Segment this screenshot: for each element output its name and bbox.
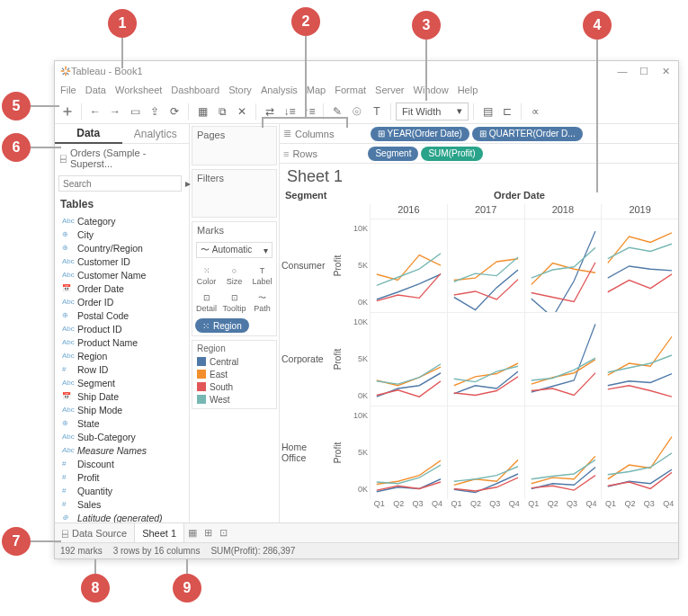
legend-item-west[interactable]: West bbox=[197, 393, 272, 406]
field-customer-id[interactable]: AbcCustomer ID bbox=[57, 254, 187, 268]
field-city[interactable]: ⊕City bbox=[57, 228, 187, 241]
field-sales[interactable]: #Sales bbox=[57, 497, 187, 511]
window-min-button[interactable]: — bbox=[615, 66, 630, 76]
column-pill[interactable]: ⊞ QUARTER(Order D... bbox=[472, 127, 583, 141]
mark-tooltip[interactable]: ⊡Tooltip bbox=[220, 289, 248, 316]
field-country-region[interactable]: ⊕Country/Region bbox=[57, 241, 187, 254]
field-label: Discount bbox=[77, 459, 114, 469]
menu-worksheet[interactable]: Worksheet bbox=[113, 85, 164, 95]
field-region[interactable]: AbcRegion bbox=[57, 349, 187, 362]
new-worksheet-tab-button[interactable]: ▦ bbox=[184, 527, 201, 539]
new-story-tab-button[interactable]: ⊡ bbox=[216, 527, 231, 539]
data-source-tab[interactable]: ⌸Data Source bbox=[55, 523, 135, 542]
field-order-id[interactable]: AbcOrder ID bbox=[57, 295, 187, 308]
tab-analytics[interactable]: Analytics bbox=[122, 124, 190, 144]
field-sub-category[interactable]: AbcSub-Category bbox=[57, 430, 187, 443]
clear-button[interactable]: ✕ bbox=[233, 103, 251, 121]
field-discount[interactable]: #Discount bbox=[57, 457, 187, 470]
filters-shelf[interactable]: Filters bbox=[192, 169, 277, 218]
sheet-title[interactable]: Sheet 1 bbox=[280, 164, 678, 190]
row-pill[interactable]: SUM(Profit) bbox=[421, 147, 482, 161]
field-ship-date[interactable]: 📅Ship Date bbox=[57, 389, 187, 403]
new-worksheet-button[interactable]: ▦ bbox=[193, 103, 211, 121]
undo-button[interactable]: ← bbox=[86, 103, 104, 121]
columns-shelf[interactable]: ≣ Columns ⊞ YEAR(Order Date)⊞ QUARTER(Or… bbox=[280, 124, 678, 144]
chart-cell[interactable] bbox=[524, 219, 602, 312]
legend-item-south[interactable]: South bbox=[197, 380, 272, 393]
menu-format[interactable]: Format bbox=[333, 85, 368, 95]
detail-icon: ⊡ bbox=[201, 291, 213, 304]
new-data-button[interactable]: ⇪ bbox=[146, 103, 164, 121]
group-button[interactable]: ⦾ bbox=[348, 103, 366, 121]
search-input[interactable] bbox=[58, 175, 182, 192]
refresh-button[interactable]: ⟳ bbox=[165, 103, 183, 121]
chart-cell[interactable] bbox=[524, 312, 602, 406]
chart-cell[interactable] bbox=[601, 406, 678, 499]
datasource-row[interactable]: ⌸ Orders (Sample - Superst... bbox=[55, 144, 189, 173]
field-ship-mode[interactable]: AbcShip Mode bbox=[57, 403, 187, 416]
window-max-button[interactable]: ☐ bbox=[637, 66, 651, 77]
mark-type-dropdown[interactable]: 〜 Automatic ▾ bbox=[196, 242, 273, 258]
legend-item-central[interactable]: Central bbox=[197, 355, 272, 368]
menu-dashboard[interactable]: Dashboard bbox=[169, 85, 221, 95]
share-button[interactable]: ∝ bbox=[526, 103, 544, 121]
chart-cell[interactable] bbox=[370, 219, 447, 312]
chart-cell[interactable] bbox=[447, 406, 524, 499]
sheet-tab[interactable]: Sheet 1 bbox=[135, 523, 184, 542]
chart-cell[interactable] bbox=[524, 406, 602, 499]
duplicate-button[interactable]: ⧉ bbox=[213, 103, 231, 121]
row-pill[interactable]: Segment bbox=[368, 147, 418, 161]
menu-help[interactable]: Help bbox=[456, 85, 480, 95]
legend-item-east[interactable]: East bbox=[197, 368, 272, 380]
show-me-button[interactable]: ▤ bbox=[478, 103, 496, 121]
new-dashboard-tab-button[interactable]: ⊞ bbox=[201, 527, 216, 539]
field-order-date[interactable]: 📅Order Date bbox=[57, 281, 187, 295]
label-button[interactable]: T bbox=[368, 103, 386, 121]
field-segment[interactable]: AbcSegment bbox=[57, 376, 187, 389]
menu-analysis[interactable]: Analysis bbox=[259, 85, 299, 95]
field-product-name[interactable]: AbcProduct Name bbox=[57, 335, 187, 349]
mark-path[interactable]: 〜Path bbox=[248, 289, 276, 316]
field-type-icon: ⊕ bbox=[62, 311, 73, 319]
menu-story[interactable]: Story bbox=[227, 85, 254, 95]
field-quantity[interactable]: #Quantity bbox=[57, 484, 187, 497]
menu-map[interactable]: Map bbox=[305, 85, 327, 95]
menu-server[interactable]: Server bbox=[373, 85, 406, 95]
field-profit[interactable]: #Profit bbox=[57, 470, 187, 484]
field-latitude-generated-[interactable]: ⊕Latitude (generated) bbox=[57, 511, 187, 522]
chart-cell[interactable] bbox=[601, 219, 678, 312]
tab-data[interactable]: Data bbox=[55, 124, 122, 144]
mark-size[interactable]: ○Size bbox=[220, 262, 248, 289]
y-axis-title: Profit bbox=[332, 312, 344, 406]
field-state[interactable]: ⊕State bbox=[57, 416, 187, 430]
field-product-id[interactable]: AbcProduct ID bbox=[57, 322, 187, 335]
field-row-id[interactable]: #Row ID bbox=[57, 362, 187, 376]
tableau-button[interactable] bbox=[58, 103, 76, 121]
menu-window[interactable]: Window bbox=[412, 85, 451, 95]
field-category[interactable]: AbcCategory bbox=[57, 214, 187, 228]
field-customer-name[interactable]: AbcCustomer Name bbox=[57, 268, 187, 281]
chart-cell[interactable] bbox=[370, 406, 447, 499]
mark-label[interactable]: TLabel bbox=[248, 262, 276, 289]
chart-cell[interactable] bbox=[370, 312, 447, 406]
chart-cell[interactable] bbox=[447, 312, 524, 406]
marks-color-pill[interactable]: ⁙ Region bbox=[195, 318, 249, 333]
rows-shelf[interactable]: ≡ Rows SegmentSUM(Profit) bbox=[280, 144, 678, 164]
field-type-icon: ⊕ bbox=[62, 244, 73, 252]
mark-detail[interactable]: ⊡Detail bbox=[192, 289, 220, 316]
pages-shelf[interactable]: Pages bbox=[192, 126, 277, 165]
mark-color[interactable]: ⁙Color bbox=[192, 262, 220, 289]
presentation-button[interactable]: ⊏ bbox=[498, 103, 516, 121]
window-close-button[interactable]: ✕ bbox=[658, 66, 673, 77]
chart-cell[interactable] bbox=[447, 219, 524, 312]
menu-file[interactable]: File bbox=[58, 85, 78, 95]
fit-dropdown[interactable]: Fit Width ▾ bbox=[396, 103, 469, 121]
save-button[interactable]: ▭ bbox=[126, 103, 144, 121]
field-postal-code[interactable]: ⊕Postal Code bbox=[57, 308, 187, 322]
redo-button[interactable]: → bbox=[106, 103, 124, 121]
chart-cell[interactable] bbox=[601, 312, 678, 406]
column-pill[interactable]: ⊞ YEAR(Order Date) bbox=[371, 127, 469, 141]
marks-pill-label: Region bbox=[213, 321, 242, 331]
field-measure-names[interactable]: AbcMeasure Names bbox=[57, 443, 187, 457]
menu-data[interactable]: Data bbox=[84, 85, 108, 95]
